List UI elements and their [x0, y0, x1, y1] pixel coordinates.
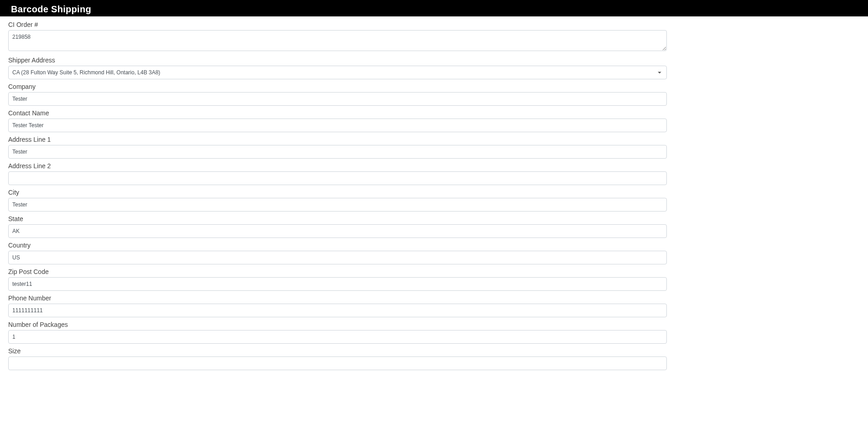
state-label: State	[8, 215, 667, 222]
page-header: Barcode Shipping	[0, 2, 868, 16]
state-input[interactable]	[8, 224, 667, 238]
country-input[interactable]	[8, 251, 667, 264]
zip-input[interactable]	[8, 277, 667, 291]
field-city: City	[8, 189, 667, 212]
address-line-1-input[interactable]	[8, 145, 667, 159]
field-zip: Zip Post Code	[8, 268, 667, 291]
address-line-1-label: Address Line 1	[8, 136, 667, 143]
shipping-form: CI Order # Shipper Address CA (28 Fulton…	[0, 16, 675, 383]
ci-order-label: CI Order #	[8, 21, 667, 28]
ci-order-input[interactable]	[8, 30, 667, 51]
contact-name-input[interactable]	[8, 119, 667, 132]
contact-name-label: Contact Name	[8, 109, 667, 117]
phone-label: Phone Number	[8, 294, 667, 302]
num-packages-input[interactable]	[8, 330, 667, 344]
country-label: Country	[8, 242, 667, 249]
num-packages-label: Number of Packages	[8, 321, 667, 328]
field-size: Size	[8, 347, 667, 370]
company-label: Company	[8, 83, 667, 90]
field-state: State	[8, 215, 667, 238]
field-shipper-address: Shipper Address CA (28 Fulton Way Suite …	[8, 57, 667, 79]
field-address-line-1: Address Line 1	[8, 136, 667, 159]
zip-label: Zip Post Code	[8, 268, 667, 275]
size-input[interactable]	[8, 356, 667, 370]
field-phone: Phone Number	[8, 294, 667, 317]
size-label: Size	[8, 347, 667, 355]
field-num-packages: Number of Packages	[8, 321, 667, 344]
field-address-line-2: Address Line 2	[8, 162, 667, 185]
address-line-2-label: Address Line 2	[8, 162, 667, 170]
field-ci-order: CI Order #	[8, 21, 667, 53]
shipper-address-label: Shipper Address	[8, 57, 667, 64]
company-input[interactable]	[8, 92, 667, 106]
address-line-2-input[interactable]	[8, 171, 667, 185]
field-contact-name: Contact Name	[8, 109, 667, 132]
phone-input[interactable]	[8, 304, 667, 317]
city-input[interactable]	[8, 198, 667, 212]
field-country: Country	[8, 242, 667, 264]
shipper-address-select[interactable]: CA (28 Fulton Way Suite 5, Richmond Hill…	[8, 66, 667, 79]
page-title: Barcode Shipping	[11, 4, 857, 15]
city-label: City	[8, 189, 667, 196]
field-company: Company	[8, 83, 667, 106]
